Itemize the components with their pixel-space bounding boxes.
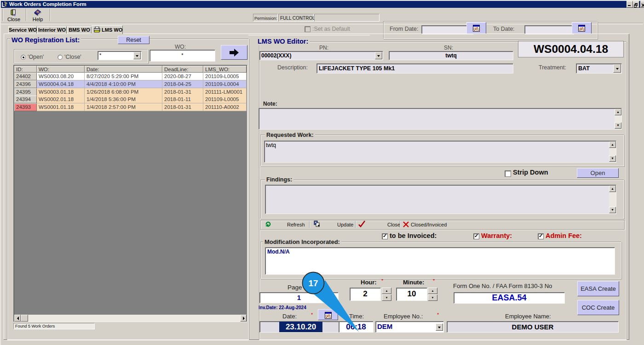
svg-text:17: 17 — [308, 278, 318, 288]
svg-text:?: ? — [37, 10, 39, 13]
